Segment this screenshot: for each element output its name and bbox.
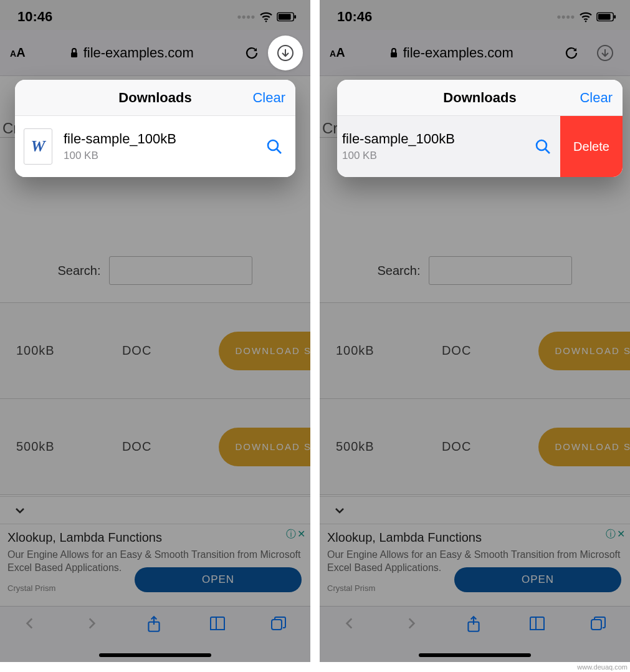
file-size: 100 KB	[342, 150, 530, 162]
text-size-button[interactable]: AA	[330, 46, 345, 60]
download-sample-button[interactable]: DOWNLOAD SA	[219, 428, 310, 466]
status-icons: ••••	[557, 11, 616, 24]
svg-rect-4	[71, 52, 77, 57]
watermark: www.deuaq.com	[577, 663, 628, 671]
url-field[interactable]: file-examples.com	[351, 45, 551, 61]
bookmarks-button[interactable]	[208, 615, 227, 634]
share-button[interactable]	[465, 615, 484, 634]
battery-icon	[596, 12, 616, 22]
download-icon	[596, 44, 614, 62]
back-button[interactable]	[341, 615, 360, 634]
download-sample-button[interactable]: DOWNLOAD SA	[219, 332, 310, 370]
clear-button[interactable]: Clear	[252, 80, 285, 115]
status-time: 10:46	[17, 9, 52, 25]
ad-close[interactable]: ⓘ ✕	[606, 528, 625, 541]
downloads-title: Downloads	[118, 90, 191, 106]
file-meta: file-sample_100kB 100 KB	[342, 131, 530, 162]
bookmarks-button[interactable]	[528, 615, 546, 634]
download-sample-button[interactable]: DOWNLOAD SA	[538, 332, 630, 370]
clear-button[interactable]: Clear	[580, 80, 613, 115]
svg-point-15	[537, 140, 546, 150]
collapse-bar[interactable]	[0, 496, 310, 524]
cell-type: DOC	[442, 343, 471, 358]
back-button[interactable]	[22, 615, 41, 634]
delete-button[interactable]: Delete	[560, 116, 623, 177]
lock-icon	[389, 47, 398, 59]
url-text: file-examples.com	[403, 45, 513, 61]
text-size-button[interactable]: AA	[10, 46, 26, 60]
ad-brand: Crystal Prism	[327, 583, 375, 593]
phone-right: 10:46 •••• AA file-examples.com Cry	[320, 0, 630, 662]
ad-open-button[interactable]: OPEN	[454, 567, 621, 592]
table-row: 100kB DOC DOWNLOAD SA	[320, 303, 630, 399]
file-name: file-sample_100kB	[342, 131, 530, 147]
file-size: 100 KB	[64, 150, 262, 162]
ad-title: Xlookup, Lambda Functions	[327, 530, 623, 545]
downloads-header: Downloads Clear	[337, 80, 623, 116]
tabs-button[interactable]	[589, 615, 608, 634]
forward-button[interactable]	[403, 615, 422, 634]
search-input[interactable]	[109, 256, 252, 285]
reveal-button[interactable]	[530, 134, 555, 159]
url-field[interactable]: file-examples.com	[32, 45, 232, 61]
home-indicator[interactable]	[99, 653, 211, 657]
svg-rect-8	[272, 620, 282, 630]
ad-title: Xlookup, Lambda Functions	[7, 530, 303, 545]
cell-type: DOC	[122, 343, 151, 358]
close-icon: ✕	[617, 528, 625, 541]
svg-point-9	[585, 21, 587, 22]
cell-size: 500kB	[336, 439, 375, 454]
chevron-down-icon	[12, 503, 27, 518]
search-icon	[533, 137, 552, 156]
download-item[interactable]: file-sample_100kB 100 KB Delete	[337, 116, 623, 177]
download-sample-button[interactable]: DOWNLOAD SA	[538, 428, 630, 466]
share-button[interactable]	[146, 615, 165, 634]
cell-signal-icon: ••••	[237, 11, 255, 24]
reload-button[interactable]	[561, 43, 581, 63]
downloads-header: Downloads Clear	[15, 80, 295, 116]
ad-banner: ⓘ ✕ Xlookup, Lambda Functions Our Engine…	[0, 524, 310, 597]
svg-point-0	[265, 21, 267, 22]
search-row: Search:	[0, 256, 310, 303]
file-meta: file-sample_100kB 100 KB	[64, 131, 262, 162]
close-icon: ✕	[297, 528, 305, 541]
download-icon	[276, 44, 295, 62]
search-label: Search:	[378, 264, 421, 278]
search-input[interactable]	[429, 256, 572, 285]
forward-button[interactable]	[84, 615, 102, 634]
reload-button[interactable]	[242, 43, 262, 63]
search-row: Search:	[320, 256, 630, 303]
cell-size: 100kB	[336, 343, 375, 358]
collapse-bar[interactable]	[320, 496, 630, 524]
table-row: 100kB DOC DOWNLOAD SA	[0, 303, 310, 399]
downloads-panel: Downloads Clear W file-sample_100kB 100 …	[15, 80, 295, 177]
cell-type: DOC	[442, 439, 471, 454]
svg-rect-3	[294, 15, 296, 19]
svg-rect-12	[614, 15, 616, 19]
search-label: Search:	[58, 264, 101, 278]
reveal-button[interactable]	[262, 134, 287, 159]
svg-point-6	[268, 140, 278, 150]
ad-open-button[interactable]: OPEN	[135, 567, 302, 592]
file-name: file-sample_100kB	[64, 131, 262, 147]
status-bar: 10:46 ••••	[320, 0, 630, 30]
ad-close[interactable]: ⓘ ✕	[286, 528, 305, 541]
address-bar: AA file-examples.com	[0, 30, 310, 76]
downloads-button[interactable]	[588, 36, 623, 70]
download-item[interactable]: W file-sample_100kB 100 KB	[15, 116, 295, 177]
svg-rect-11	[598, 14, 611, 19]
ad-info-icon: ⓘ	[606, 528, 616, 541]
table-row: 500kB DOC DOWNLOAD SA	[0, 399, 310, 495]
search-icon	[265, 137, 284, 156]
svg-rect-17	[591, 620, 601, 630]
ad-info-icon: ⓘ	[286, 528, 296, 541]
lock-icon	[70, 47, 79, 59]
downloads-button[interactable]	[268, 36, 303, 70]
chevron-down-icon	[332, 503, 347, 518]
ad-brand: Crystal Prism	[7, 583, 55, 593]
ad-banner: ⓘ ✕ Xlookup, Lambda Functions Our Engine…	[320, 524, 630, 597]
wifi-icon	[579, 11, 593, 22]
home-indicator[interactable]	[419, 653, 531, 657]
tabs-button[interactable]	[270, 615, 289, 634]
url-text: file-examples.com	[84, 45, 194, 61]
